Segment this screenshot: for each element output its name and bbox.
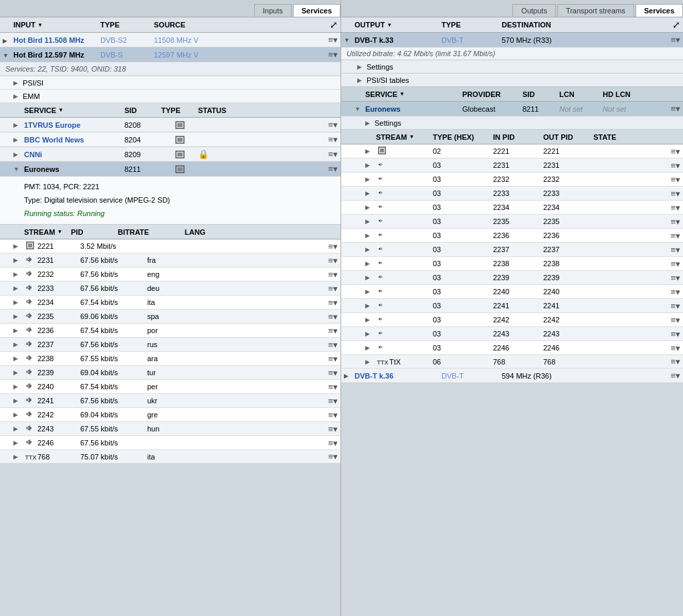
rs-expand-0[interactable]: ▶ bbox=[365, 148, 376, 155]
right-stream-row-9[interactable]: ▶ 03 2239 2239 ≡▾ bbox=[341, 271, 683, 285]
psisi-expand-r[interactable]: ▶ bbox=[357, 77, 367, 84]
stream-row-8[interactable]: ▶ 2238 67.55 kbit/s ara ≡▾ bbox=[0, 352, 340, 366]
tree-item-emm[interactable]: ▶ EMM bbox=[0, 90, 340, 103]
stream-row-5[interactable]: ▶ 2235 69.06 kbit/s spa ≡▾ bbox=[0, 310, 340, 324]
stream-row-12[interactable]: ▶ 2242 69.04 kbit/s gre ≡▾ bbox=[0, 408, 340, 422]
stream-menu-4[interactable]: ≡▾ bbox=[321, 298, 338, 308]
menu-icon-2[interactable]: ≡▾ bbox=[328, 49, 338, 60]
rs-expand-12[interactable]: ▶ bbox=[365, 316, 376, 323]
stream-expand-11[interactable]: ▶ bbox=[13, 397, 24, 404]
out-expand-1[interactable]: ▶ bbox=[344, 373, 355, 379]
rs-menu-7[interactable]: ≡▾ bbox=[664, 245, 680, 255]
out-expand-0[interactable]: ▼ bbox=[344, 37, 355, 43]
rs-menu-3[interactable]: ≡▾ bbox=[664, 189, 680, 199]
stream-menu-8[interactable]: ≡▾ bbox=[321, 354, 338, 364]
right-stream-row-14[interactable]: ▶ 03 2246 2246 ≡▾ bbox=[341, 341, 683, 355]
stream-menu-6[interactable]: ≡▾ bbox=[321, 326, 338, 336]
rs-expand-15[interactable]: ▶ bbox=[365, 358, 376, 365]
stream-expand-8[interactable]: ▶ bbox=[13, 355, 24, 362]
stream-expand-5[interactable]: ▶ bbox=[13, 313, 24, 320]
rs-menu-15[interactable]: ≡▾ bbox=[664, 356, 680, 367]
rs-expand-1[interactable]: ▶ bbox=[365, 162, 376, 169]
svc-menu-2[interactable]: ≡▾ bbox=[328, 149, 338, 159]
rs-menu-13[interactable]: ≡▾ bbox=[664, 329, 680, 339]
psisi-row[interactable]: ▶ PSI/SI tables bbox=[341, 74, 683, 87]
stream-expand-3[interactable]: ▶ bbox=[13, 285, 24, 292]
stream-expand-9[interactable]: ▶ bbox=[13, 369, 24, 376]
stream-row-2[interactable]: ▶ 2232 67.56 kbit/s eng ≡▾ bbox=[0, 268, 340, 282]
stream-row-13[interactable]: ▶ 2243 67.55 kbit/s hun ≡▾ bbox=[0, 422, 340, 436]
svc-expand-1[interactable]: ▶ bbox=[13, 136, 24, 143]
right-stream-row-2[interactable]: ▶ 03 2232 2232 ≡▾ bbox=[341, 173, 683, 187]
rs-expand-6[interactable]: ▶ bbox=[365, 232, 376, 239]
stream-expand-14[interactable]: ▶ bbox=[13, 439, 24, 446]
stream-menu-3[interactable]: ≡▾ bbox=[321, 284, 338, 294]
rs-expand-13[interactable]: ▶ bbox=[365, 330, 376, 337]
row-expand-1[interactable]: ▶ bbox=[3, 37, 7, 44]
row-expand-2[interactable]: ▼ bbox=[3, 52, 9, 59]
menu-icon-1[interactable]: ≡▾ bbox=[328, 35, 338, 45]
stream-row-0[interactable]: ▶ 2221 3.52 Mbit/s ≡▾ bbox=[0, 239, 340, 253]
service-row-2[interactable]: ▶ CNNi 8209 🔒 ≡▾ bbox=[0, 147, 340, 162]
right-stream-row-13[interactable]: ▶ 03 2243 2243 ≡▾ bbox=[341, 327, 683, 341]
tree-item-psisi[interactable]: ▶ PSI/SI bbox=[0, 76, 340, 90]
stream-menu-9[interactable]: ≡▾ bbox=[321, 368, 338, 378]
right-stream-row-8[interactable]: ▶ 03 2238 2238 ≡▾ bbox=[341, 257, 683, 271]
stream-row-15[interactable]: ▶ TTX 768 75.07 kbit/s ita ≡▾ bbox=[0, 450, 340, 464]
rstream-col[interactable]: STREAM ▼ bbox=[376, 133, 433, 141]
stream-menu-14[interactable]: ≡▾ bbox=[321, 438, 338, 448]
rs-menu-4[interactable]: ≡▾ bbox=[664, 203, 680, 213]
rs-menu-10[interactable]: ≡▾ bbox=[664, 287, 680, 297]
right-stream-row-12[interactable]: ▶ 03 2242 2242 ≡▾ bbox=[341, 313, 683, 327]
service-row-0[interactable]: ▶ 1TVRUS Europe 8208 ≡▾ bbox=[0, 118, 340, 132]
settings-row[interactable]: ▶ Settings bbox=[341, 60, 683, 74]
stream-menu-13[interactable]: ≡▾ bbox=[321, 424, 338, 434]
rs-expand-2[interactable]: ▶ bbox=[365, 176, 376, 183]
right-stream-row-11[interactable]: ▶ 03 2241 2241 ≡▾ bbox=[341, 299, 683, 313]
stream-expand-6[interactable]: ▶ bbox=[13, 327, 24, 334]
tab-transport-streams[interactable]: Transport streams bbox=[557, 4, 634, 17]
rs-menu-14[interactable]: ≡▾ bbox=[664, 343, 680, 353]
stream-menu-2[interactable]: ≡▾ bbox=[321, 270, 338, 280]
svc-expand-0[interactable]: ▶ bbox=[13, 122, 24, 128]
svc-expand-3[interactable]: ▼ bbox=[13, 166, 24, 173]
tab-services-left[interactable]: Services bbox=[293, 4, 340, 17]
rs-menu-2[interactable]: ≡▾ bbox=[664, 175, 680, 185]
stream-row-7[interactable]: ▶ 2237 67.56 kbit/s rus ≡▾ bbox=[0, 338, 340, 352]
service-col[interactable]: SERVICE ▼ bbox=[24, 106, 124, 114]
rs-menu-12[interactable]: ≡▾ bbox=[664, 315, 680, 325]
input-row-2[interactable]: ▼ Hot Bird 12.597 MHz DVB-S 12597 MHz V … bbox=[0, 47, 340, 62]
right-stream-row-6[interactable]: ▶ 03 2236 2236 ≡▾ bbox=[341, 229, 683, 243]
rs-menu-11[interactable]: ≡▾ bbox=[664, 301, 680, 311]
stream-expand-2[interactable]: ▶ bbox=[13, 271, 24, 278]
stream-menu-1[interactable]: ≡▾ bbox=[321, 255, 338, 266]
settings-expand[interactable]: ▶ bbox=[357, 64, 367, 70]
stream-expand-1[interactable]: ▶ bbox=[13, 257, 24, 264]
rsvc-expand[interactable]: ▼ bbox=[355, 106, 365, 112]
rsvc-col[interactable]: SERVICE ▼ bbox=[365, 90, 462, 98]
right-stream-row-15[interactable]: ▶ TTX TtX 06 768 768 ≡▾ bbox=[341, 355, 683, 369]
right-stream-row-4[interactable]: ▶ 03 2234 2234 ≡▾ bbox=[341, 201, 683, 215]
stream-row-3[interactable]: ▶ 2233 67.56 kbit/s deu ≡▾ bbox=[0, 282, 340, 296]
stream-row-6[interactable]: ▶ 2236 67.54 kbit/s por ≡▾ bbox=[0, 324, 340, 338]
output-row-0[interactable]: ▼ DVB-T k.33 DVB-T 570 MHz (R33) ≡▾ bbox=[341, 33, 683, 47]
right-svc-settings[interactable]: ▶ Settings bbox=[341, 116, 683, 130]
svc-expand-2[interactable]: ▶ bbox=[13, 151, 24, 158]
stream-menu-15[interactable]: ≡▾ bbox=[321, 451, 338, 461]
right-stream-row-0[interactable]: ▶ 02 2221 2221 ≡▾ bbox=[341, 144, 683, 159]
rs-expand-8[interactable]: ▶ bbox=[365, 260, 376, 267]
rs-menu-9[interactable]: ≡▾ bbox=[664, 273, 680, 283]
right-stream-row-5[interactable]: ▶ 03 2235 2235 ≡▾ bbox=[341, 215, 683, 229]
stream-expand-4[interactable]: ▶ bbox=[13, 299, 24, 306]
rs-expand-4[interactable]: ▶ bbox=[365, 204, 376, 211]
output-row-1[interactable]: ▶ DVB-T k.36 DVB-T 594 MHz (R36) ≡▾ bbox=[341, 369, 683, 383]
right-stream-row-7[interactable]: ▶ 03 2237 2237 ≡▾ bbox=[341, 243, 683, 257]
rsvc-settings-expand[interactable]: ▶ bbox=[365, 120, 375, 126]
stream-row-11[interactable]: ▶ 2241 67.56 kbit/s ukr ≡▾ bbox=[0, 394, 340, 408]
stream-col[interactable]: STREAM ▼ bbox=[24, 228, 71, 236]
right-expand-icon[interactable]: ⤢ bbox=[672, 19, 680, 30]
stream-expand-13[interactable]: ▶ bbox=[13, 425, 24, 432]
rs-expand-10[interactable]: ▶ bbox=[365, 288, 376, 295]
svc-menu-1[interactable]: ≡▾ bbox=[328, 134, 338, 144]
stream-menu-11[interactable]: ≡▾ bbox=[321, 396, 338, 406]
